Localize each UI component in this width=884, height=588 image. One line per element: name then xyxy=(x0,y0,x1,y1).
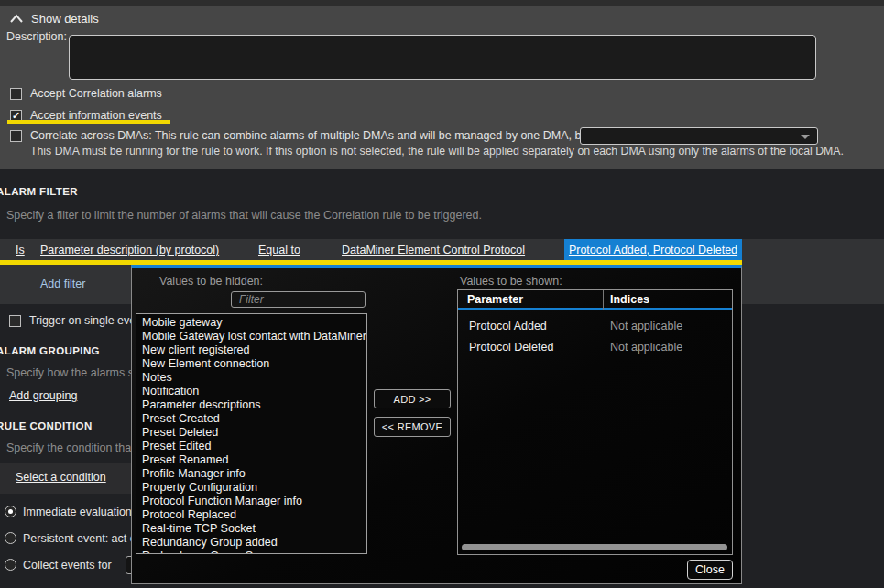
checkbox-accept-correlation[interactable]: Accept Correlation alarms xyxy=(10,87,162,100)
list-item[interactable]: Protocol Replaced xyxy=(136,508,366,522)
description-textarea[interactable] xyxy=(69,35,816,80)
check-icon: ✓ xyxy=(12,111,20,121)
table-row[interactable]: Protocol Added Not applicable xyxy=(458,316,732,336)
hidden-values-listbox[interactable]: Mobile gateway Mobile Gateway lost conta… xyxy=(136,313,367,554)
correlate-dmas-label: Correlate across DMAs: This rule can com… xyxy=(30,129,606,142)
close-button[interactable]: Close xyxy=(687,560,733,580)
dma-dropdown[interactable] xyxy=(580,127,818,145)
radio-icon xyxy=(5,532,16,544)
alarm-grouping-description: Specify how the alarms s xyxy=(6,366,134,379)
filter-selected-values-link[interactable]: Protocol Added, Protocol Deleted xyxy=(564,239,742,260)
column-parameter: Parameter xyxy=(467,293,523,306)
checkbox-correlate-dmas[interactable]: Correlate across DMAs: This rule can com… xyxy=(10,129,606,142)
filter-selected-values-text: Protocol Added, Protocol Deleted xyxy=(569,244,737,256)
dma-note: This DMA must be running for the rule to… xyxy=(30,145,844,158)
add-grouping-link[interactable]: Add grouping xyxy=(9,389,77,402)
top-strip xyxy=(0,0,884,6)
trigger-single-label: Trigger on single eve xyxy=(29,314,136,327)
yellow-highlight-underline xyxy=(7,120,170,124)
cell-parameter: Protocol Deleted xyxy=(469,341,553,354)
alarm-filter-title: ALARM FILTER xyxy=(0,186,78,197)
select-condition-link[interactable]: Select a condition xyxy=(16,471,106,484)
radio-icon xyxy=(5,559,16,571)
horizontal-scrollbar[interactable] xyxy=(462,544,727,550)
filter-value-link[interactable]: DataMiner Element Control Protocol xyxy=(342,244,525,256)
radio-immediate-label: Immediate evaluation xyxy=(23,506,132,518)
table-header: Parameter Indices xyxy=(458,290,732,310)
list-item[interactable]: Real-time TCP Socket xyxy=(136,522,366,536)
filter-operator-link[interactable]: Equal to xyxy=(258,244,300,256)
details-panel: Show details Description: Accept Correla… xyxy=(0,6,884,169)
list-item[interactable]: Protocol Function Manager info xyxy=(136,495,366,508)
cell-indices: Not applicable xyxy=(610,341,682,354)
list-item[interactable]: Preset Deleted xyxy=(136,426,366,440)
list-item[interactable]: Redundancy Group added xyxy=(136,536,366,550)
list-item[interactable]: Preset Edited xyxy=(136,440,366,453)
add-button[interactable]: ADD >> xyxy=(374,389,451,408)
checkbox-unchecked-icon xyxy=(9,315,21,327)
chevron-down-icon xyxy=(801,135,810,139)
list-item[interactable]: Preset Created xyxy=(136,412,366,426)
list-item[interactable]: Property Configuration xyxy=(136,481,366,495)
checkbox-trigger-single[interactable]: Trigger on single eve xyxy=(9,314,136,327)
table-row[interactable]: Protocol Deleted Not applicable xyxy=(458,337,732,357)
accept-correlation-label: Accept Correlation alarms xyxy=(30,87,162,100)
rule-condition-description: Specify the condition tha xyxy=(6,441,131,454)
correlation-rule-window: Show details Description: Accept Correla… xyxy=(0,0,884,588)
list-item[interactable]: Notes xyxy=(136,371,366,385)
list-item[interactable]: Parameter descriptions xyxy=(136,398,366,412)
list-item[interactable]: Notification xyxy=(136,385,366,398)
checkbox-unchecked-icon xyxy=(10,88,22,100)
alarm-grouping-title: ALARM GROUPING xyxy=(0,345,100,356)
checkbox-unchecked-icon xyxy=(10,130,22,142)
list-item[interactable]: Mobile Gateway lost contact with DataMin… xyxy=(136,330,366,343)
list-item[interactable]: Profile Manager info xyxy=(136,467,366,481)
cell-indices: Not applicable xyxy=(610,320,682,332)
description-label: Description: xyxy=(6,30,67,43)
radio-icon xyxy=(5,506,16,517)
radio-persistent-label: Persistent event: act o xyxy=(23,532,136,545)
alarm-filter-description: Specify a filter to limit the number of … xyxy=(6,209,482,222)
remove-button[interactable]: << REMOVE xyxy=(374,417,451,437)
radio-collect-label: Collect events for xyxy=(23,559,112,572)
list-item[interactable]: Redundancy Group Swap xyxy=(136,550,366,554)
values-shown-label: Values to be shown: xyxy=(460,275,562,288)
column-indices: Indices xyxy=(610,293,649,306)
filter-field-link[interactable]: Parameter description (by protocol) xyxy=(40,244,219,256)
column-divider xyxy=(603,290,604,310)
show-details-toggle[interactable]: Show details xyxy=(9,12,99,26)
chevron-up-icon xyxy=(9,14,24,24)
show-details-label: Show details xyxy=(31,12,99,26)
add-filter-link[interactable]: Add filter xyxy=(40,278,85,290)
list-item[interactable]: Preset Renamed xyxy=(136,453,366,467)
list-item[interactable]: New client registered xyxy=(136,343,366,357)
shown-values-table: Parameter Indices Protocol Added Not app… xyxy=(457,289,733,555)
cell-parameter: Protocol Added xyxy=(469,320,547,332)
filter-is-link[interactable]: Is xyxy=(16,244,25,256)
filter-input[interactable] xyxy=(231,291,366,308)
list-item[interactable]: Mobile gateway xyxy=(136,316,366,330)
list-item[interactable]: New Element connection xyxy=(136,357,366,371)
value-picker-popup: Values to be hidden: Mobile gateway Mobi… xyxy=(131,265,742,584)
values-hidden-label: Values to be hidden: xyxy=(159,275,263,288)
rule-condition-title: RULE CONDITION xyxy=(0,420,93,431)
